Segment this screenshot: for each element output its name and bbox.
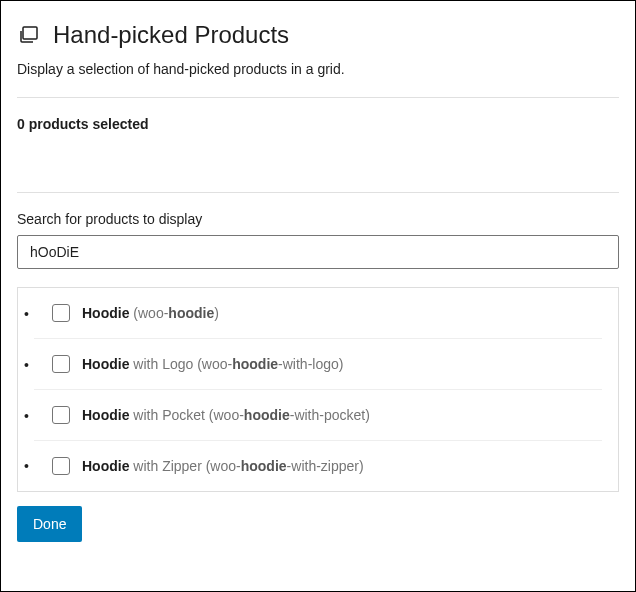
product-label: Hoodie (woo-hoodie) — [82, 305, 219, 321]
block-header: Hand-picked Products — [17, 21, 619, 49]
checkbox[interactable] — [52, 406, 70, 424]
checkbox[interactable] — [52, 304, 70, 322]
result-item[interactable]: • Hoodie with Logo (woo-hoodie-with-logo… — [18, 339, 618, 390]
product-label: Hoodie with Logo (woo-hoodie-with-logo) — [82, 356, 343, 372]
results-box: • Hoodie (woo-hoodie) • Hoodie with Logo… — [17, 287, 619, 492]
done-button[interactable]: Done — [17, 506, 82, 542]
divider — [17, 97, 619, 98]
svg-rect-0 — [23, 27, 37, 39]
result-item[interactable]: • Hoodie with Zipper (woo-hoodie-with-zi… — [18, 441, 618, 491]
bullet-icon: • — [24, 408, 29, 424]
block-description: Display a selection of hand-picked produ… — [17, 61, 619, 77]
search-label: Search for products to display — [17, 211, 619, 227]
product-label: Hoodie with Pocket (woo-hoodie-with-pock… — [82, 407, 370, 423]
result-item[interactable]: • Hoodie with Pocket (woo-hoodie-with-po… — [18, 390, 618, 441]
checkbox[interactable] — [52, 355, 70, 373]
product-label: Hoodie with Zipper (woo-hoodie-with-zipp… — [82, 458, 364, 474]
divider — [17, 192, 619, 193]
bullet-icon: • — [24, 357, 29, 373]
selected-count: 0 products selected — [17, 116, 619, 132]
checkbox[interactable] — [52, 457, 70, 475]
block-title: Hand-picked Products — [53, 21, 289, 49]
gallery-icon — [17, 23, 41, 47]
bullet-icon: • — [24, 458, 29, 474]
search-input[interactable] — [17, 235, 619, 269]
result-item[interactable]: • Hoodie (woo-hoodie) — [18, 288, 618, 339]
bullet-icon: • — [24, 306, 29, 322]
results-list: • Hoodie (woo-hoodie) • Hoodie with Logo… — [18, 288, 618, 491]
